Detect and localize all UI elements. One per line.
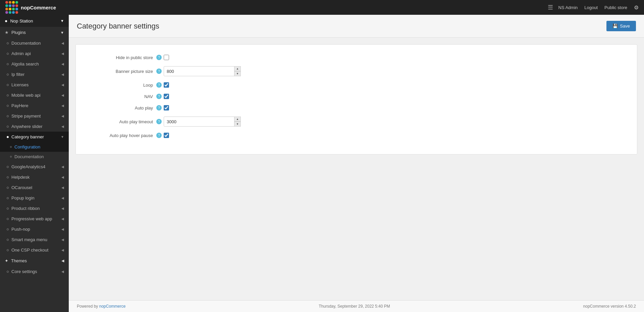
sidebar-item-label: Algolia search	[11, 61, 39, 66]
sidebar-dot	[7, 105, 9, 107]
brand-name: nopCommerce	[21, 5, 56, 10]
loop-control: ?	[156, 82, 169, 88]
sidebar-item-licenses[interactable]: Licenses ◀	[0, 80, 69, 90]
autoplay-help-icon[interactable]: ?	[156, 105, 162, 110]
banner-size-increment[interactable]: ▲	[234, 66, 241, 71]
loop-checkbox[interactable]	[164, 82, 169, 88]
hamburger-button[interactable]: ☰	[542, 4, 558, 11]
sidebar-dot	[7, 249, 9, 251]
sidebar-item-csp-checkout[interactable]: One CSP checkout ◀	[0, 245, 69, 255]
sidebar-chevron: ◀	[61, 93, 64, 97]
sidebar-item-ocarousel[interactable]: OCarousel ◀	[0, 182, 69, 193]
footer-nopcommerce-link[interactable]: nopCommerce	[99, 304, 126, 309]
sidebar-item-algolia[interactable]: Algolia search ◀	[0, 59, 69, 69]
nav-checkbox[interactable]	[164, 94, 169, 99]
sidebar-item-product-ribbon[interactable]: Product ribbon ◀	[0, 203, 69, 214]
sidebar-chevron: ◀	[61, 165, 64, 169]
ns-admin-link[interactable]: NS Admin	[558, 5, 578, 10]
sidebar-subitem-documentation[interactable]: Documentation	[0, 152, 69, 162]
sidebar-themes-header[interactable]: ✦ Themes ◀	[0, 255, 69, 266]
sidebar-item-label: Progressive web app	[11, 216, 52, 221]
loop-help-icon[interactable]: ?	[156, 82, 162, 88]
logo-dot	[5, 11, 8, 14]
sidebar-dot	[7, 218, 9, 220]
sidebar-plugins-header[interactable]: ★ Plugins ▼	[0, 27, 69, 38]
sidebar-item-label: One CSP checkout	[11, 248, 48, 253]
sidebar-item-label: Helpdesk	[11, 175, 30, 180]
sidebar-dot	[7, 228, 9, 230]
sidebar-item-label: GoogleAnalytics4	[11, 164, 45, 169]
plugins-chevron: ▼	[60, 31, 64, 35]
main-content: Category banner settings 💾 Save Hide in …	[69, 15, 644, 312]
sidebar-item-stripe[interactable]: Stripe payment ◀	[0, 111, 69, 121]
sidebar-item-mega-menu[interactable]: Smart mega menu ◀	[0, 234, 69, 245]
sidebar-item-admin-api[interactable]: Admin api ◀	[0, 48, 69, 59]
sidebar-dot	[7, 42, 9, 44]
hide-public-help-icon[interactable]: ?	[156, 55, 162, 60]
autoplay-timeout-input[interactable]	[164, 117, 241, 127]
autoplay-timeout-increment[interactable]: ▲	[234, 117, 241, 122]
sidebar-nopstation-header[interactable]: ● Nop Station ▼	[0, 15, 69, 27]
hover-pause-checkbox[interactable]	[164, 133, 169, 138]
autoplay-timeout-decrement[interactable]: ▼	[234, 122, 241, 127]
public-store-link[interactable]: Public store	[604, 5, 627, 10]
sidebar-item-anywhere-slider[interactable]: Anywhere slider ◀	[0, 121, 69, 132]
sidebar-item-label: Licenses	[11, 82, 29, 87]
sidebar-subitem-label: Documentation	[14, 154, 44, 159]
sidebar-item-ipfilter[interactable]: Ip filter ◀	[0, 69, 69, 80]
sidebar-item-push-nop[interactable]: Push-nop ◀	[0, 224, 69, 234]
autoplay-timeout-spinner: ▲ ▼	[234, 117, 241, 127]
hide-public-checkbox[interactable]	[164, 55, 169, 60]
banner-size-input[interactable]	[164, 66, 241, 76]
banner-size-help-icon[interactable]: ?	[156, 69, 162, 74]
banner-size-control: ? ▲ ▼	[156, 66, 241, 76]
sidebar-dot	[7, 84, 9, 86]
sidebar-item-label: Product ribbon	[11, 206, 40, 211]
sidebar-dot	[7, 208, 9, 210]
sidebar-item-core-settings[interactable]: Core settings ◀	[0, 266, 69, 277]
sidebar-dot	[7, 53, 9, 55]
sidebar-item-label: Smart mega menu	[11, 237, 47, 242]
sidebar-item-payhere[interactable]: PayHere ◀	[0, 100, 69, 111]
sidebar-dot	[7, 115, 9, 117]
nopstation-label: Nop Station	[10, 18, 33, 24]
sidebar-dot	[7, 197, 9, 199]
page-title: Category banner settings	[77, 22, 159, 31]
banner-size-decrement[interactable]: ▼	[234, 71, 241, 76]
sidebar-item-label: Ip filter	[11, 72, 24, 77]
logo-dot	[5, 4, 8, 7]
top-nav-right: NS Admin Logout Public store ⚙	[558, 4, 639, 11]
themes-chevron: ◀	[61, 259, 64, 263]
footer-powered-text: Powered by	[77, 304, 98, 309]
save-button[interactable]: 💾 Save	[606, 21, 636, 31]
settings-icon[interactable]: ⚙	[634, 4, 639, 11]
sidebar-item-ga4[interactable]: GoogleAnalytics4 ◀	[0, 162, 69, 172]
sidebar-item-label: Category banner	[11, 134, 44, 139]
sidebar-subitem-configuration[interactable]: Configuration	[0, 142, 69, 152]
sidebar-item-pwa[interactable]: Progressive web app ◀	[0, 214, 69, 224]
hover-pause-help-icon[interactable]: ?	[156, 133, 162, 138]
logo-dot	[9, 11, 11, 14]
logo-dots	[5, 1, 18, 14]
autoplay-timeout-help-icon[interactable]: ?	[156, 119, 162, 124]
themes-star-icon: ✦	[5, 258, 8, 263]
logout-link[interactable]: Logout	[584, 5, 598, 10]
form-row-nav: NAV ?	[89, 94, 624, 99]
form-row-autoplay: Auto play ?	[89, 105, 624, 110]
loop-label: Loop	[89, 83, 156, 88]
sidebar-dot	[7, 166, 9, 168]
save-icon: 💾	[612, 24, 618, 29]
hide-public-control: ?	[156, 55, 169, 60]
sidebar-dot	[7, 176, 9, 178]
banner-size-input-wrap: ▲ ▼	[164, 66, 241, 76]
sidebar-item-mobilewebapi[interactable]: Mobile web api ◀	[0, 90, 69, 100]
sidebar-item-category-banner[interactable]: Category banner ▼	[0, 132, 69, 142]
sidebar-chevron: ◀	[61, 186, 64, 189]
nav-help-icon[interactable]: ?	[156, 94, 162, 99]
sidebar-item-documentation[interactable]: Documentation ◀	[0, 38, 69, 48]
sidebar-chevron: ◀	[61, 238, 64, 241]
sidebar-item-helpdesk[interactable]: Helpdesk ◀	[0, 172, 69, 182]
logo-dot	[5, 1, 8, 4]
sidebar-item-popup-login[interactable]: Popup login ◀	[0, 193, 69, 203]
autoplay-checkbox[interactable]	[164, 105, 169, 110]
